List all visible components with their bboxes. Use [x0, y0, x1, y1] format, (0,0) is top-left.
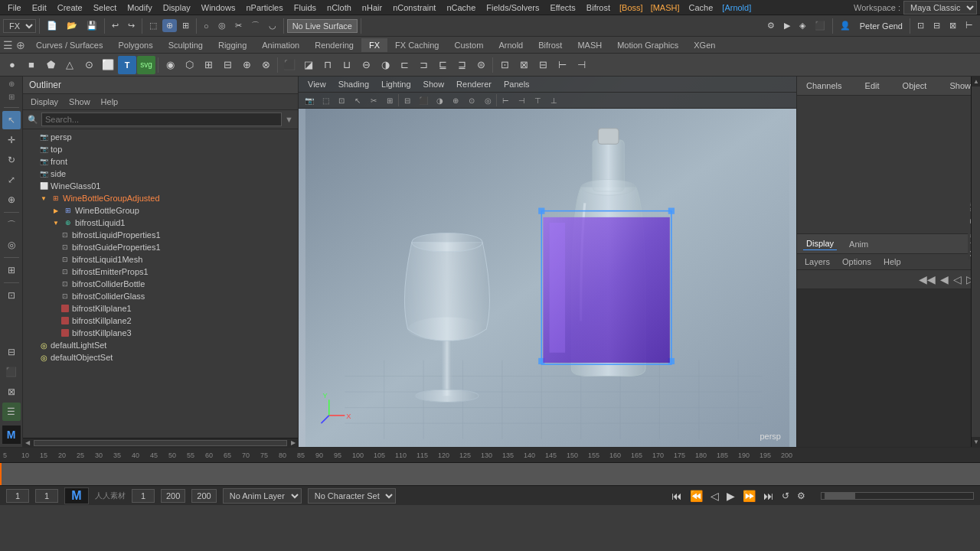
tree-item-bcg[interactable]: ⊡ bifrostColliderGlass: [23, 290, 298, 302]
smooth-mesh-icon[interactable]: ◑: [376, 56, 394, 74]
lt-grid-icon[interactable]: ⊟: [2, 343, 21, 361]
tree-item-winebottlegroupadjusted[interactable]: ▼ ⊞ WineBottleGroupAdjusted: [23, 192, 298, 204]
lt-settings-icon[interactable]: ⊕: [8, 80, 15, 88]
tab-custom[interactable]: Custom: [447, 38, 492, 52]
layers-menu[interactable]: Layers: [802, 256, 833, 267]
cut-faces-icon[interactable]: ⊑: [433, 56, 452, 74]
anim-tab[interactable]: Anim: [846, 238, 871, 250]
snap-icon[interactable]: ⊕: [162, 19, 177, 32]
loop-btn[interactable]: ↺: [779, 489, 792, 503]
select-icon[interactable]: ⬚: [145, 19, 161, 32]
lasso-icon[interactable]: ○: [200, 20, 213, 32]
frame-input-field[interactable]: 1: [35, 489, 58, 503]
help-menu[interactable]: Help: [880, 256, 904, 267]
edit-tab[interactable]: Edit: [862, 80, 883, 92]
tab-sculpting[interactable]: Sculpting: [161, 38, 211, 52]
menu-create[interactable]: Create: [53, 2, 87, 14]
torus-icon[interactable]: ⊙: [80, 56, 98, 74]
tree-item-bep1[interactable]: ⊡ bifrostEmitterProps1: [23, 266, 298, 278]
connect-icon[interactable]: ⊒: [452, 56, 471, 74]
bl1-expand-icon[interactable]: ▼: [51, 217, 61, 228]
menu-ncache[interactable]: nCache: [442, 2, 480, 14]
bottom-scrollbar[interactable]: [821, 492, 974, 500]
menu-edit[interactable]: Edit: [28, 2, 51, 14]
extra-icon-2[interactable]: ⊟: [929, 19, 944, 32]
redo-icon[interactable]: ↪: [124, 19, 139, 32]
deform-icon[interactable]: ⊗: [256, 56, 275, 74]
tree-item-dos[interactable]: ◎ defaultObjectSet: [23, 351, 298, 364]
rotate-tool-btn[interactable]: ↻: [2, 151, 21, 169]
lasso-select-btn[interactable]: ⌒: [2, 216, 21, 234]
cube-icon[interactable]: ■: [22, 56, 41, 74]
display-tab[interactable]: Display: [803, 237, 837, 250]
vp-tb-3[interactable]: ✂: [366, 93, 381, 107]
vp-tb-2[interactable]: ↖: [350, 93, 365, 107]
tree-item-bcb[interactable]: ⊡ bifrostColliderBottle: [23, 278, 298, 290]
mode-dropdown[interactable]: FX: [3, 19, 36, 33]
play-forward-btn[interactable]: ▶: [724, 488, 738, 504]
bevel-icon[interactable]: ◪: [299, 56, 318, 74]
badge-mash[interactable]: [MASH]: [648, 2, 683, 14]
nav-first[interactable]: ◀◀: [916, 272, 938, 286]
object-tab[interactable]: Object: [900, 80, 930, 92]
vp-tb-shaded[interactable]: ◑: [432, 93, 447, 107]
render-settings-icon[interactable]: ⚙: [763, 19, 779, 32]
tree-item-bkp1[interactable]: bifrostKillplane1: [23, 302, 298, 315]
vp-menu-show[interactable]: Show: [417, 78, 451, 90]
tree-item-bgp1[interactable]: ⊡ bifrostGuideProperties1: [23, 241, 298, 253]
nurbs-cube-icon[interactable]: ⬡: [180, 56, 198, 74]
nav-back[interactable]: ◁: [951, 272, 964, 286]
playback-settings-btn[interactable]: ⚙: [794, 489, 808, 503]
paint-select-btn[interactable]: ◎: [2, 236, 21, 254]
menu-nhair[interactable]: nHair: [358, 2, 387, 14]
tab-fx[interactable]: FX: [361, 38, 387, 52]
extrude-icon[interactable]: ⬛: [280, 56, 299, 74]
no-live-surface-button[interactable]: No Live Surface: [287, 19, 358, 33]
bridge-icon[interactable]: ⊓: [318, 56, 337, 74]
tab-polygons[interactable]: Polygons: [110, 38, 160, 52]
tab-fx-caching[interactable]: FX Caching: [387, 38, 446, 52]
open-icon[interactable]: 📂: [63, 19, 81, 32]
menu-file[interactable]: File: [3, 2, 26, 14]
tree-item-top[interactable]: 📷 top: [23, 143, 298, 155]
show-tab[interactable]: Show: [946, 80, 974, 92]
timeline-track[interactable]: [0, 463, 980, 485]
target-weld-icon[interactable]: ⊜: [472, 56, 490, 74]
move-tool-btn[interactable]: ✛: [2, 131, 21, 149]
search-input[interactable]: [41, 112, 282, 126]
badge-boss[interactable]: [Boss]: [616, 2, 646, 14]
vp-tb-isolate[interactable]: ⊤: [530, 93, 545, 107]
nav-prev[interactable]: ◀: [938, 272, 951, 286]
tree-item-side[interactable]: 📷 side: [23, 168, 298, 180]
cone-icon[interactable]: △: [60, 56, 79, 74]
tree-item-dls[interactable]: ◎ defaultLightSet: [23, 339, 298, 351]
user-icon[interactable]: 👤: [836, 19, 854, 32]
magnet-icon[interactable]: ⊞: [178, 19, 193, 32]
scroll-left[interactable]: ◀: [23, 439, 32, 446]
ipr-icon[interactable]: ◈: [795, 19, 809, 32]
playhead[interactable]: [0, 463, 2, 485]
range-end-field[interactable]: 200: [191, 489, 216, 503]
tree-item-bkp2[interactable]: bifrostKillplane2: [23, 315, 298, 327]
tab-mash[interactable]: MASH: [570, 38, 609, 52]
uv-icon[interactable]: ⊟: [534, 56, 552, 74]
render-icon[interactable]: ▶: [780, 19, 794, 32]
vp-tb-texture[interactable]: ⊕: [448, 93, 463, 107]
save-icon[interactable]: 💾: [83, 19, 101, 32]
goto-start-btn[interactable]: ⏮: [668, 488, 685, 504]
menu-nparticles[interactable]: nParticles: [241, 2, 287, 14]
menu-nconstraint[interactable]: nConstraint: [388, 2, 440, 14]
group-expand-icon[interactable]: ▼: [38, 193, 49, 204]
vp-tb-wireframe[interactable]: ⬛: [416, 93, 431, 107]
goto-end-btn[interactable]: ⏭: [760, 488, 777, 504]
menu-bifrost[interactable]: Bifrost: [582, 2, 615, 14]
tab-arnold[interactable]: Arnold: [491, 38, 531, 52]
undo-icon[interactable]: ↩: [108, 19, 122, 32]
paint-icon[interactable]: ◎: [214, 19, 230, 32]
outliner-scrollbar[interactable]: ◀ ▶: [23, 438, 298, 447]
play-back-btn[interactable]: ◁: [707, 488, 722, 504]
lt-layers-icon[interactable]: ☰: [2, 403, 21, 421]
sculpt-icon[interactable]: ⊕: [237, 56, 256, 74]
tree-item-bifrostliquid1[interactable]: ▼ ⊕ bifrostLiquid1: [23, 217, 298, 229]
tab-motion-graphics[interactable]: Motion Graphics: [609, 38, 686, 52]
